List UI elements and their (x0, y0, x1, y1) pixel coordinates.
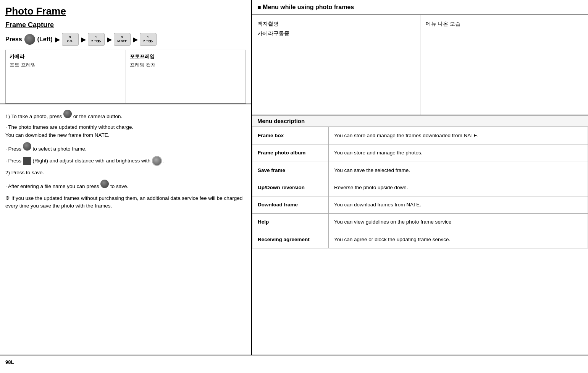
mini-table: 카메라 포토 프레임 포토프레임 프레임 캡처 (5, 50, 246, 104)
select-circle-icon (23, 142, 31, 151)
page-footer: 98L (0, 355, 588, 369)
page-title: Photo Frame (5, 5, 246, 17)
mini-col-1: 카메라 포토 프레임 (6, 50, 126, 104)
menu-term-0: Frame box (252, 127, 329, 144)
save-circle-icon (100, 180, 109, 188)
menu-description-section: Menu description Frame boxYou can store … (252, 115, 588, 248)
korean-line1: 액자촬영 (257, 21, 279, 27)
menu-table-row: Save frameYou can save the selected fram… (252, 162, 588, 179)
inst1-suffix: or the camera button. (73, 114, 122, 119)
right-top-grid: 액자촬영 카메라구동중 메뉴 나온 모습 (252, 15, 588, 115)
inst1-text: 1) To take a photo, press (5, 114, 63, 119)
menu-table-row: HelpYou can view guidelines on the photo… (252, 214, 588, 231)
menu-table-row: Download frameYou can download frames fr… (252, 196, 588, 214)
menu-table-row: Frame boxYou can store and manage the fr… (252, 127, 588, 144)
mini-col-1-sub: 포토 프레임 (10, 62, 122, 68)
inst6-pre: · After entering a file name you can pre… (5, 183, 100, 189)
left-label: (Left) (37, 36, 53, 43)
arrow-icon-4: ▶ (133, 36, 137, 43)
circle-button-icon (24, 34, 35, 45)
menu-table-row: Frame photo albumYou can store and manag… (252, 144, 588, 162)
menu-term-6: Receiving agreement (252, 231, 329, 248)
instruction-2: · The photo frames are updated monthly w… (5, 123, 246, 139)
inst3-pre: · Press (5, 146, 23, 152)
inst4-pre: · Press (5, 158, 23, 164)
note-text: ※ If you use the updated frames without … (5, 195, 246, 210)
arrow-icon-2: ▶ (81, 36, 86, 43)
instructions-section: 1) To take a photo, press or the camera … (0, 104, 251, 355)
nav-btn-3: 3M DEF (114, 33, 131, 46)
menu-table-row: Up/Down reversionReverse the photo upsid… (252, 179, 588, 196)
right-square-icon (23, 157, 31, 165)
menu-table-row: Receiving agreementYou can agree or bloc… (252, 231, 588, 248)
korean-text-right: 메뉴 나온 모습 (426, 19, 583, 29)
menu-desc-3: Reverse the photo upside down. (329, 179, 588, 196)
korean-right-line1: 메뉴 나온 모습 (426, 21, 461, 27)
menu-desc-4: You can download frames from NATE. (329, 196, 588, 214)
menu-term-2: Save frame (252, 162, 329, 179)
section-subtitle: Frame Capture (5, 21, 246, 29)
right-header: ■ Menu while using photo frames (252, 0, 588, 15)
mini-col-2-sub: 프레임 캡처 (130, 62, 242, 68)
menu-desc-0: You can store and manage the frames down… (329, 127, 588, 144)
menu-desc-5: You can view guidelines on the photo fra… (329, 214, 588, 231)
mini-col-2: 포토프레임 프레임 캡처 (126, 50, 246, 104)
right-header-title: ■ Menu while using photo frames (257, 4, 354, 10)
arrow-icon-3: ▶ (107, 36, 111, 43)
right-top-right: 메뉴 나온 모습 (420, 15, 588, 115)
menu-term-4: Download frame (252, 196, 329, 214)
note-content: ※ If you use the updated frames without … (5, 195, 242, 209)
inst4-suffix: . (163, 158, 165, 164)
brightness-circle-icon (152, 156, 162, 166)
inst2-text: · The photo frames are updated monthly w… (5, 124, 133, 138)
nav-btn-2: 17 ㄱ호- (88, 33, 105, 46)
nav-btn-1: 52 JL (62, 33, 79, 46)
mini-col-2-label: 포토프레임 (130, 53, 242, 60)
instruction-4: · Press (Right) and adjust distance with… (5, 156, 246, 166)
inst3-suffix: to select a photo frame. (33, 146, 87, 152)
mini-col-1-label: 카메라 (10, 53, 122, 60)
menu-term-1: Frame photo album (252, 144, 329, 162)
footer-text: 98L (5, 359, 14, 365)
inst5-text: 2) Press to save. (5, 170, 44, 175)
menu-desc-2: You can save the selected frame. (329, 162, 588, 179)
arrow-icon-1: ▶ (55, 36, 60, 43)
camera-circle-icon (63, 110, 72, 118)
instruction-5: 2) Press to save. (5, 169, 246, 177)
left-top-section: Photo Frame Frame Capture Press (Left) ▶… (0, 0, 251, 104)
menu-desc-6: You can agree or block the updating fram… (329, 231, 588, 248)
menu-desc-1: You can store and manage the photos. (329, 144, 588, 162)
menu-desc-header: Menu description (252, 115, 588, 127)
instruction-6: · After entering a file name you can pre… (5, 180, 246, 190)
press-label: Press (5, 36, 22, 43)
inst6-suffix: to save. (110, 183, 128, 189)
menu-term-3: Up/Down reversion (252, 179, 329, 196)
menu-term-5: Help (252, 214, 329, 231)
right-panel: ■ Menu while using photo frames 액자촬영 카메라… (252, 0, 588, 355)
korean-text-left: 액자촬영 카메라구동중 (257, 19, 415, 38)
inst4-mid: (Right) and adjust distance with and bri… (33, 158, 152, 164)
press-row: Press (Left) ▶ 52 JL ▶ 17 ㄱ호- ▶ 3M DEF (5, 33, 246, 46)
nav-btn-4: 17 ㄱ호- (140, 33, 157, 46)
instruction-1: 1) To take a photo, press or the camera … (5, 110, 246, 120)
korean-line2: 카메라구동중 (257, 30, 289, 36)
menu-table: Frame boxYou can store and manage the fr… (252, 127, 588, 248)
left-panel: Photo Frame Frame Capture Press (Left) ▶… (0, 0, 252, 355)
right-top-left: 액자촬영 카메라구동중 (252, 15, 420, 115)
instruction-3: · Press to select a photo frame. (5, 142, 246, 153)
